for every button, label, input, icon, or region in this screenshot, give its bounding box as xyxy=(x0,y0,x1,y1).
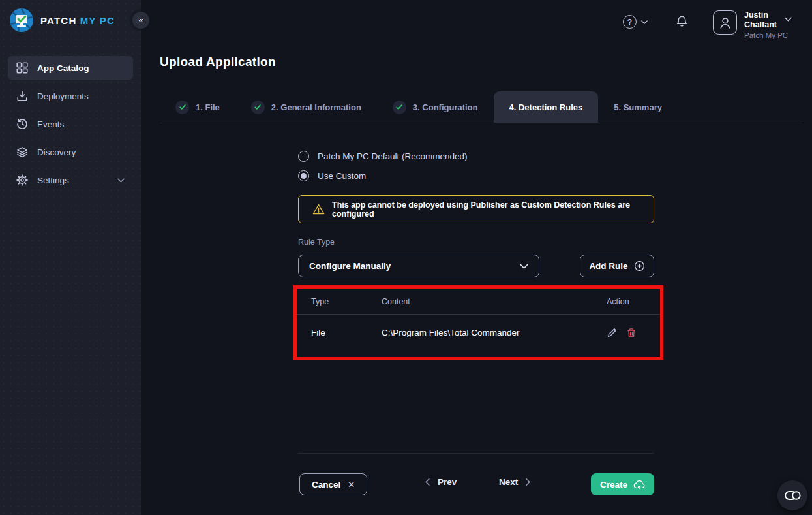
sidebar-collapse-button[interactable]: « xyxy=(132,12,149,29)
rule-type-selected-value: Configure Manually xyxy=(309,261,391,271)
download-icon xyxy=(16,90,28,102)
cloud-upload-icon xyxy=(633,480,645,490)
sidebar-item-label: Deployments xyxy=(37,91,89,101)
rule-content-cell: C:\Program Files\Total Commander xyxy=(382,328,607,337)
sidebar-item-app-catalog[interactable]: App Catalog xyxy=(8,56,133,80)
page-title: Upload Application xyxy=(160,55,276,69)
patch-my-pc-logo-icon xyxy=(9,8,34,33)
brand-name: PATCH MY PC xyxy=(40,15,115,26)
tab-label: 3. Configuration xyxy=(413,102,478,112)
user-last-name: Chalfant xyxy=(744,20,777,29)
check-icon xyxy=(251,101,265,114)
rule-type-cell: File xyxy=(297,328,382,337)
chevrons-left-icon: « xyxy=(138,16,143,24)
close-icon: ✕ xyxy=(348,480,355,490)
layers-icon xyxy=(16,146,28,158)
next-label: Next xyxy=(499,477,518,487)
help-menu[interactable]: ? xyxy=(623,15,648,29)
sidebar-item-label: App Catalog xyxy=(37,63,89,73)
add-rule-button[interactable]: Add Rule xyxy=(580,255,654,277)
check-icon xyxy=(393,101,406,114)
radio-icon xyxy=(298,151,309,162)
rule-type-label: Rule Type xyxy=(298,238,335,247)
chevron-down-icon xyxy=(641,20,648,24)
sidebar-item-label: Discovery xyxy=(37,148,76,157)
rules-table-header: Type Content Action xyxy=(297,289,660,315)
rules-table: Type Content Action File C:\Program File… xyxy=(297,289,660,351)
radio-label: Use Custom xyxy=(318,171,366,181)
grid-icon xyxy=(16,62,28,74)
bell-icon xyxy=(676,20,688,31)
notifications-button[interactable] xyxy=(676,15,688,31)
cancel-label: Cancel xyxy=(312,480,340,490)
question-circle-icon: ? xyxy=(623,15,637,29)
user-first-name: Justin xyxy=(744,10,768,20)
radio-label: Patch My PC Default (Recommended) xyxy=(318,151,468,161)
content-divider xyxy=(298,453,654,454)
tab-summary[interactable]: 5. Summary xyxy=(598,91,678,123)
column-header-action: Action xyxy=(607,297,660,306)
add-rule-label: Add Rule xyxy=(589,261,627,271)
annotation-highlight-rectangle: Type Content Action File C:\Program File… xyxy=(293,285,663,360)
rule-type-select[interactable]: Configure Manually xyxy=(298,255,539,277)
sidebar-item-discovery[interactable]: Discovery xyxy=(8,140,133,164)
sidebar-nav: App Catalog Deployments xyxy=(0,56,141,192)
rule-actions-cell xyxy=(607,327,660,338)
user-organization: Patch My PC xyxy=(744,32,792,40)
avatar xyxy=(713,10,737,35)
table-row: File C:\Program Files\Total Commander xyxy=(297,315,660,351)
publisher-warning-banner: This app cannot be deployed using Publis… xyxy=(298,195,654,223)
delete-rule-button[interactable] xyxy=(626,328,637,338)
trash-icon xyxy=(626,328,637,338)
prev-button[interactable]: Prev xyxy=(425,477,457,487)
radio-icon xyxy=(298,170,309,181)
widget-toggle-button[interactable] xyxy=(777,480,807,510)
chevron-down-icon xyxy=(785,13,792,23)
sidebar-item-settings[interactable]: Settings xyxy=(8,168,133,192)
column-header-content: Content xyxy=(382,297,607,306)
user-name: Justin Chalfant xyxy=(744,10,777,30)
warning-triangle-icon xyxy=(312,204,325,215)
cancel-button[interactable]: Cancel ✕ xyxy=(299,473,367,495)
tab-label: 2. General Information xyxy=(271,102,361,112)
wizard-tabs: 1. File 2. General Information 3. Config… xyxy=(160,91,802,123)
chevron-down-icon xyxy=(117,178,125,183)
sidebar-item-label: Events xyxy=(37,119,64,129)
tab-configuration[interactable]: 3. Configuration xyxy=(377,91,494,123)
chevron-right-icon xyxy=(526,478,530,486)
app-window: PATCH MY PC App Catalog xyxy=(0,0,812,515)
tab-file[interactable]: 1. File xyxy=(160,91,235,123)
create-label: Create xyxy=(600,480,627,490)
sidebar-item-events[interactable]: Events xyxy=(8,112,133,136)
brand-logo[interactable]: PATCH MY PC xyxy=(0,0,141,40)
warning-text: This app cannot be deployed using Publis… xyxy=(332,200,654,219)
gear-icon xyxy=(16,174,28,186)
tab-detection-rules[interactable]: 4. Detection Rules xyxy=(494,91,599,123)
sidebar-item-deployments[interactable]: Deployments xyxy=(8,84,133,108)
tab-label: 1. File xyxy=(196,102,220,112)
plus-circle-icon xyxy=(634,260,645,272)
radio-use-custom[interactable]: Use Custom xyxy=(298,170,468,181)
brand-name-mypc: MY PC xyxy=(80,15,115,26)
next-button[interactable]: Next xyxy=(499,477,530,487)
check-icon xyxy=(175,101,189,114)
chevron-down-icon xyxy=(520,264,528,269)
sidebar: PATCH MY PC App Catalog xyxy=(0,0,141,515)
detection-mode-radio-group: Patch My PC Default (Recommended) Use Cu… xyxy=(298,151,468,181)
chevron-left-icon xyxy=(425,478,430,486)
brand-name-patch: PATCH xyxy=(40,15,76,26)
create-button[interactable]: Create xyxy=(591,473,654,495)
pencil-icon xyxy=(607,327,618,338)
tab-label: 5. Summary xyxy=(614,102,662,112)
column-header-type: Type xyxy=(297,297,382,306)
sidebar-item-label: Settings xyxy=(37,176,69,185)
edit-rule-button[interactable] xyxy=(607,327,618,338)
toggle-icon xyxy=(785,490,801,501)
radio-patch-my-pc-default[interactable]: Patch My PC Default (Recommended) xyxy=(298,151,468,162)
tab-general-information[interactable]: 2. General Information xyxy=(235,91,377,123)
user-meta: Justin Chalfant Patch My PC xyxy=(744,10,792,40)
user-menu[interactable]: Justin Chalfant Patch My PC xyxy=(713,10,792,40)
history-icon xyxy=(16,118,28,130)
tab-label: 4. Detection Rules xyxy=(509,102,583,112)
prev-label: Prev xyxy=(438,477,457,487)
